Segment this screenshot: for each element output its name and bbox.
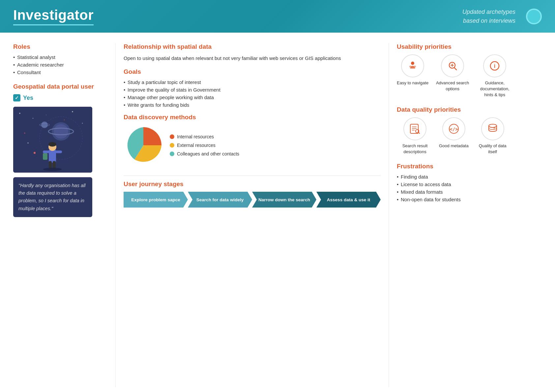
list-item: Write grants for funding bids xyxy=(124,102,381,108)
left-column: Roles Statistical analyst Academic resea… xyxy=(13,43,115,387)
quality-item-database: Quality of data itself xyxy=(475,117,511,155)
svg-point-42 xyxy=(489,124,497,127)
usability-icons: Easy to navigate Advanced search options xyxy=(397,54,542,98)
legend-label-internal: Internal resources xyxy=(177,134,214,139)
stage-3[interactable]: Narrow down the search xyxy=(252,192,316,208)
database-icon-circle xyxy=(481,117,504,140)
svg-point-24 xyxy=(27,142,29,144)
usability-section: Usability priorities Easy to navigate xyxy=(397,43,542,98)
geo-title: Geospatial data portal user xyxy=(13,83,106,90)
relationship-title: Relationship with spatial data xyxy=(124,43,381,50)
main-content: Roles Statistical analyst Academic resea… xyxy=(0,33,555,392)
search-doc-icon-circle xyxy=(403,117,426,140)
svg-point-16 xyxy=(48,142,56,147)
frustrations-section: Frustrations Finding data License to acc… xyxy=(397,163,542,202)
list-item: Improve the quality of stats in Governme… xyxy=(124,87,381,93)
navigate-icon-circle xyxy=(401,54,424,77)
header-title-wrapper: Investigator xyxy=(13,7,94,25)
stage-1[interactable]: Explore problem sapce xyxy=(124,192,188,208)
svg-rect-18 xyxy=(53,161,56,168)
list-item: Manage other people working with data xyxy=(124,95,381,100)
usability-label-info: Guidance, documentation, hints & tips xyxy=(477,80,513,98)
svg-line-39 xyxy=(419,132,420,133)
list-item: License to access data xyxy=(397,182,542,187)
quote-box: "Hardly any organisation has all the dat… xyxy=(13,177,92,217)
frustrations-title: Frustrations xyxy=(397,163,542,170)
quality-title: Data quality priorities xyxy=(397,106,542,113)
quality-label-database: Quality of data itself xyxy=(475,143,511,155)
goals-section: Goals Study a particular topic of intere… xyxy=(124,68,381,108)
legend-item-internal: Internal resources xyxy=(170,134,239,139)
code-icon: </> xyxy=(448,123,460,135)
roles-list: Statistical analyst Academic researcher … xyxy=(13,54,106,75)
header-circle-decoration xyxy=(526,9,542,24)
svg-point-5 xyxy=(46,115,46,115)
code-icon-circle: </> xyxy=(442,117,465,140)
header-subtitle: Updated archetypes based on interviews xyxy=(462,8,515,25)
search-doc-icon xyxy=(409,123,421,135)
right-column: Usability priorities Easy to navigate xyxy=(389,43,542,387)
svg-text:i: i xyxy=(494,63,495,69)
quality-item-search-doc: Search result descriptions xyxy=(397,117,433,155)
relationship-text: Open to using spatial data when relevant… xyxy=(124,54,381,62)
goals-title: Goals xyxy=(124,68,381,75)
header: Investigator Updated archetypes based on… xyxy=(0,0,555,33)
svg-point-4 xyxy=(82,123,83,124)
quality-label-search-doc: Search result descriptions xyxy=(397,143,433,155)
persona-image xyxy=(13,107,92,173)
usability-item-info: i Guidance, documentation, hints & tips xyxy=(477,54,513,98)
svg-point-22 xyxy=(43,168,62,171)
roles-section: Roles Statistical analyst Academic resea… xyxy=(13,43,106,75)
svg-point-7 xyxy=(24,133,25,134)
pie-chart-area: Internal resources External resources Co… xyxy=(124,126,381,165)
svg-rect-20 xyxy=(55,151,62,153)
legend-label-colleagues: Colleagues and other contacts xyxy=(177,151,239,156)
middle-column: Relationship with spatial data Open to u… xyxy=(115,43,389,387)
svg-point-25 xyxy=(411,62,414,65)
relationship-section: Relationship with spatial data Open to u… xyxy=(124,43,381,62)
roles-title: Roles xyxy=(13,43,106,50)
subtitle-line2: based on interviews xyxy=(463,17,515,24)
info-icon: i xyxy=(489,60,501,72)
svg-point-6 xyxy=(64,120,65,120)
legend-label-external: External resources xyxy=(177,143,216,148)
svg-point-3 xyxy=(72,111,73,112)
subtitle-line1: Updated archetypes xyxy=(462,9,515,15)
quality-label-code: Good metadata xyxy=(439,143,469,149)
discovery-title: Data discovery methods xyxy=(124,114,381,121)
usability-item-search: Advanced search options xyxy=(434,54,471,92)
legend-dot-external xyxy=(170,143,174,148)
usability-item-navigate: Easy to navigate xyxy=(397,54,428,86)
stage-4[interactable]: Assess data & use it xyxy=(316,192,381,208)
svg-rect-14 xyxy=(49,150,56,163)
svg-point-12 xyxy=(41,122,48,128)
svg-point-23 xyxy=(34,152,36,154)
quality-section: Data quality priorities Search resu xyxy=(397,106,542,155)
quality-item-code: </> Good metadata xyxy=(439,117,469,149)
list-item: Finding data xyxy=(397,174,542,180)
legend-dot-internal xyxy=(170,134,174,139)
search-icon-circle xyxy=(441,54,464,77)
svg-point-26 xyxy=(409,66,411,68)
persona-svg xyxy=(13,107,92,173)
legend-dot-colleagues xyxy=(170,152,174,156)
journey-stages: Explore problem sapce Search for data wi… xyxy=(124,192,381,208)
svg-point-2 xyxy=(33,118,34,119)
header-right: Updated archetypes based on interviews xyxy=(462,8,542,25)
pie-legend: Internal resources External resources Co… xyxy=(170,134,239,156)
stage-2[interactable]: Search for data widely xyxy=(188,192,252,208)
page-title: Investigator xyxy=(13,7,94,23)
list-item: Study a particular topic of interest xyxy=(124,79,381,85)
journey-title: User journey stages xyxy=(124,181,381,188)
svg-line-29 xyxy=(454,68,457,70)
list-item: Mixed data formats xyxy=(397,189,542,195)
section-divider xyxy=(124,176,381,176)
list-item: Non-open data for students xyxy=(397,197,542,202)
yes-badge: ✓ Yes xyxy=(13,94,106,101)
geo-section: Geospatial data portal user ✓ Yes xyxy=(13,83,106,101)
legend-item-colleagues: Colleagues and other contacts xyxy=(170,151,239,156)
svg-point-1 xyxy=(19,113,20,114)
svg-rect-34 xyxy=(410,124,418,133)
discovery-section: Data discovery methods Internal resource… xyxy=(124,114,381,165)
list-item: Academic researcher xyxy=(13,62,106,68)
